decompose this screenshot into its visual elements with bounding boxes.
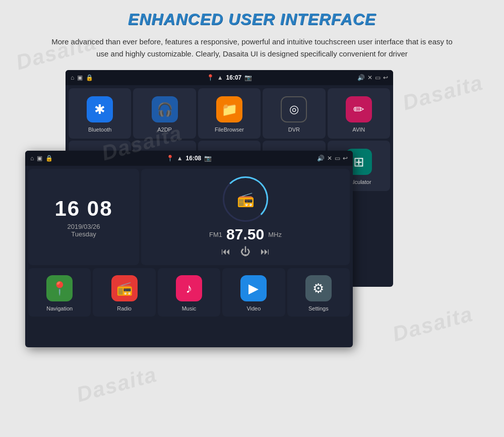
window-icon-front[interactable]: ▭: [335, 155, 340, 162]
close-icon[interactable]: ✕: [367, 74, 372, 81]
app-navigation-label: Navigation: [46, 305, 73, 311]
navigation-icon: 📍: [51, 281, 68, 296]
music-icon-wrap: ♪: [176, 275, 202, 301]
radio-widget: 📻 FM1 87.50 MHz ⏮ ⏻ ⏭: [141, 169, 350, 265]
settings-icon: ⚙: [312, 281, 324, 296]
bluetooth-icon-wrap: ✱: [87, 96, 113, 122]
clock-time: 16 08: [54, 197, 112, 221]
app-bluetooth-label: Bluetooth: [88, 127, 111, 133]
speedometer-icon: ◎: [289, 103, 299, 116]
app-a2dp[interactable]: 🎧 A2DP: [133, 88, 196, 139]
radio-dial: 📻: [223, 176, 268, 222]
app-filebrowser[interactable]: 📁 FileBrowser: [198, 88, 261, 139]
app-a2dp-label: A2DP: [157, 127, 172, 133]
image-icon-front: ▣: [37, 155, 42, 162]
page-wrapper: Dasaita Dasaita Dasaita Dasaita Dasaita …: [0, 0, 504, 437]
status-front-center: 📍 ▲ 16:08 📷: [166, 155, 212, 162]
app-navigation[interactable]: 📍 Navigation: [28, 268, 91, 317]
signal-icon: ▲: [217, 74, 223, 81]
video-icon-wrap: ▶: [240, 275, 267, 301]
folder-icon: 📁: [221, 102, 237, 117]
radio-freq-row: FM1 87.50 MHz: [146, 226, 345, 243]
lock-icon-front: 🔒: [45, 155, 53, 162]
prev-track-button[interactable]: ⏮: [221, 246, 230, 257]
status-front-right: 🔊 ✕ ▭ ↩: [216, 155, 348, 162]
app-dvr-label: DVR: [288, 127, 300, 133]
pencil-icon: ✏: [353, 102, 364, 117]
radio-icon: 📻: [116, 281, 133, 296]
app-settings-label: Settings: [308, 305, 329, 311]
settings-icon-wrap: ⚙: [305, 275, 332, 301]
page-description: More advanced than ever before, features…: [45, 36, 459, 60]
back-icon[interactable]: ↩: [383, 74, 388, 81]
filebrowser-icon-wrap: 📁: [216, 96, 242, 122]
status-bar-back: ⌂ ▣ 🔒 📍 ▲ 16:07 📷 🔊 ✕ ▭ ↩: [66, 70, 393, 85]
avin-icon-wrap: ✏: [346, 96, 372, 122]
location-icon-front: 📍: [166, 155, 174, 162]
radio-dial-icon: 📻: [237, 191, 255, 208]
app-music[interactable]: ♪ Music: [158, 268, 220, 317]
app-video[interactable]: ▶ Video: [222, 268, 285, 317]
radio-icon-wrap: 📻: [111, 275, 138, 301]
volume-icon[interactable]: 🔊: [357, 74, 365, 81]
status-front-left: ⌂ ▣ 🔒: [30, 155, 162, 162]
power-button[interactable]: ⏻: [240, 246, 250, 258]
app-radio-label: Radio: [117, 305, 132, 311]
clock-widget: 16 08 2019/03/26 Tuesday: [28, 169, 139, 265]
app-avin[interactable]: ✏ AVIN: [328, 88, 390, 139]
clock-date: 2019/03/26: [67, 223, 100, 230]
music-icon: ♪: [185, 281, 192, 296]
status-time-back: 16:07: [226, 74, 242, 81]
status-bar-front: ⌂ ▣ 🔒 📍 ▲ 16:08 📷 🔊 ✕ ▭ ↩: [25, 151, 353, 166]
app-video-label: Video: [246, 305, 261, 311]
window-icon[interactable]: ▭: [375, 74, 381, 81]
next-track-button[interactable]: ⏭: [261, 246, 270, 257]
navigation-icon-wrap: 📍: [46, 275, 73, 301]
app-bluetooth[interactable]: ✱ Bluetooth: [69, 88, 131, 139]
app-filebrowser-label: FileBrowser: [215, 127, 244, 133]
page-title: Enhanced User Interface: [15, 10, 489, 29]
close-icon-front[interactable]: ✕: [327, 155, 332, 162]
radio-unit: MHz: [268, 231, 282, 238]
app-music-label: Music: [182, 305, 197, 311]
app-radio[interactable]: 📻 Radio: [93, 268, 155, 317]
calculator-icon: ⊞: [353, 154, 364, 170]
location-icon: 📍: [207, 74, 214, 81]
a2dp-icon-wrap: 🎧: [152, 96, 178, 122]
camera-icon-front: 📷: [204, 155, 212, 162]
headphones-icon: 🎧: [157, 102, 173, 117]
home-bottom-nav: 📍 Navigation 📻 Radio ♪ Music: [25, 267, 353, 320]
home-top: 16 08 2019/03/26 Tuesday 📻 FM1 87.50 MHz: [25, 166, 353, 267]
app-avin-label: AVIN: [352, 127, 365, 133]
screen-front: ⌂ ▣ 🔒 📍 ▲ 16:08 📷 🔊 ✕ ▭ ↩: [25, 151, 353, 347]
radio-frequency: 87.50: [226, 226, 264, 243]
app-dvr[interactable]: ◎ DVR: [263, 88, 325, 139]
status-right-icons: 🔊 ✕ ▭ ↩: [256, 74, 388, 81]
status-left-icons: ⌂ ▣ 🔒: [71, 74, 203, 81]
watermark-5: Dasaita: [74, 362, 160, 407]
clock-day: Tuesday: [71, 230, 96, 238]
volume-icon-front[interactable]: 🔊: [317, 155, 325, 162]
dvr-icon-wrap: ◎: [281, 96, 307, 122]
camera-icon: 📷: [244, 74, 252, 81]
video-icon: ▶: [248, 281, 259, 296]
signal-icon-front: ▲: [177, 155, 183, 162]
lock-icon: 🔒: [86, 74, 93, 81]
status-center: 📍 ▲ 16:07 📷: [207, 74, 253, 81]
radio-controls: ⏮ ⏻ ⏭: [221, 246, 270, 258]
bluetooth-icon: ✱: [94, 102, 105, 117]
screens-container: ⌂ ▣ 🔒 📍 ▲ 16:07 📷 🔊 ✕ ▭ ↩: [15, 70, 489, 362]
back-icon-front[interactable]: ↩: [343, 155, 348, 162]
status-time-front: 16:08: [186, 155, 202, 162]
home-icon-front[interactable]: ⌂: [30, 155, 34, 162]
image-icon: ▣: [77, 74, 83, 81]
radio-band: FM1: [209, 231, 222, 238]
app-settings[interactable]: ⚙ Settings: [287, 268, 350, 317]
home-icon[interactable]: ⌂: [71, 74, 74, 81]
